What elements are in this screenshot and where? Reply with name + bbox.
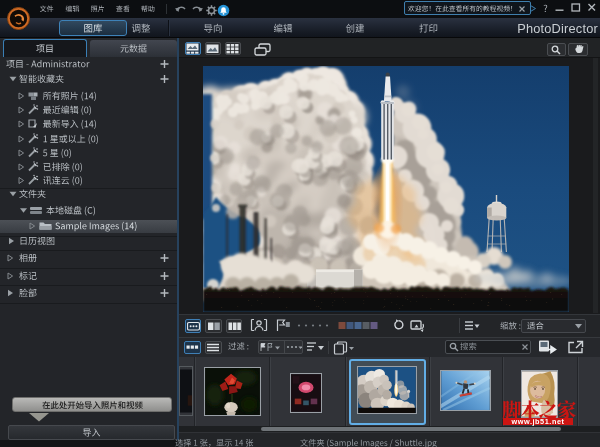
svg-text:www.jb51.net: www.jb51.net	[511, 417, 565, 426]
svg-text:PhotoDirector: PhotoDirector	[517, 21, 598, 36]
